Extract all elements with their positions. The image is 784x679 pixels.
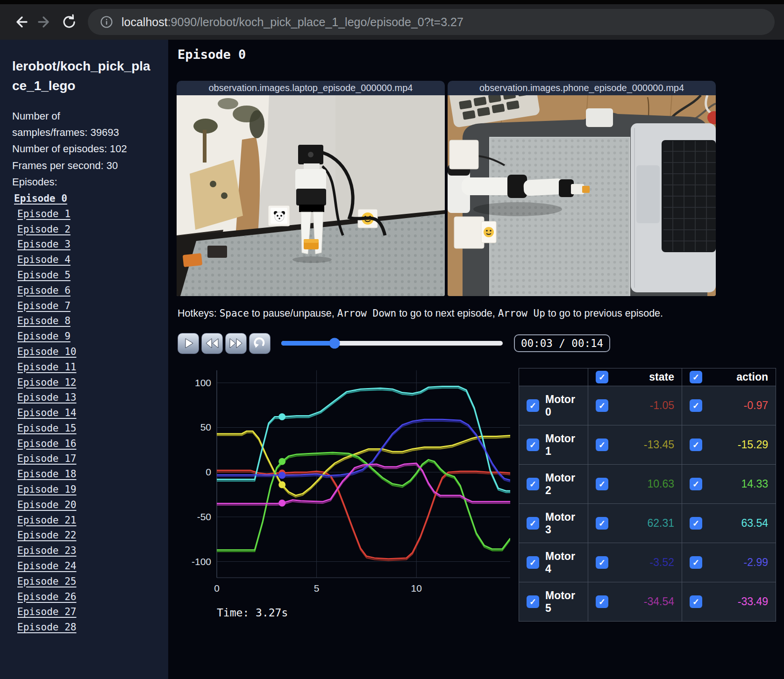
episode-link[interactable]: Episode 17 [12,451,156,467]
action-value: -33.49 [738,595,768,608]
play-button[interactable] [178,333,199,354]
loop-button[interactable] [249,333,271,354]
state-value-checkbox[interactable]: ✓ [596,556,608,569]
x-tick-label: 0 [214,583,220,594]
episode-link[interactable]: Episode 19 [12,482,156,497]
episode-link[interactable]: Episode 26 [12,589,156,605]
episode-link[interactable]: Episode 1 [12,206,156,222]
state-value-checkbox[interactable]: ✓ [596,439,608,451]
episode-link[interactable]: Episode 20 [12,497,156,513]
action-value: -2.99 [744,556,768,569]
url-text[interactable]: localhost:9090/lerobot/koch_pick_place_1… [121,15,463,29]
episode-link[interactable]: Episode 5 [12,268,156,283]
episode-link[interactable]: Episode 18 [12,467,156,482]
chart-line-state-motor-0 [217,472,510,560]
episode-link[interactable]: Episode 2 [12,222,156,237]
state-column-checkbox[interactable]: ✓ [596,371,608,383]
episode-link[interactable]: Episode 21 [12,513,156,528]
episode-link[interactable]: Episode 13 [12,390,156,405]
motor-label: Motor 0 [545,393,580,418]
video-panel-laptop: observation.images.laptop_episode_000000… [177,81,445,296]
lego-baseplate [490,137,630,296]
action-value-checkbox[interactable]: ✓ [690,595,702,608]
rewind-icon [205,338,219,349]
table-row: ✓Motor 3✓62.31✓63.54 [519,504,776,543]
fast-forward-icon [229,338,243,349]
reload-icon[interactable] [57,10,81,34]
episode-link[interactable]: Episode 3 [12,237,156,252]
chart-current-time-marker [278,500,285,507]
action-column-checkbox[interactable]: ✓ [690,371,702,383]
episode-link[interactable]: Episode 6 [12,283,156,298]
episode-link[interactable]: Episode 10 [12,344,156,360]
info-icon[interactable] [100,15,113,28]
motor-label: Motor 1 [545,432,580,458]
hotkeys-text-part: Hotkeys: [178,308,220,319]
rewind-button[interactable] [201,333,223,354]
episode-link[interactable]: Episode 16 [12,436,156,452]
chart-current-time-marker [278,458,285,465]
chart-line-action-motor-1 [217,431,510,495]
motor-chart[interactable]: 100500-50-1000510 [187,367,514,600]
episode-link[interactable]: Episode 0 [12,191,156,206]
episode-link[interactable]: Episode 28 [12,620,156,635]
stat-samples: Number of samples/frames: 39693 [12,108,128,141]
motor-checkbox[interactable]: ✓ [527,556,539,569]
action-value-checkbox[interactable]: ✓ [690,478,702,490]
laptop [631,123,716,292]
action-value-checkbox[interactable]: ✓ [690,399,702,412]
motor-label: Motor 3 [545,511,580,536]
episode-list: Episode 0Episode 1Episode 2Episode 3Epis… [12,191,156,635]
back-arrow-icon[interactable] [8,10,33,34]
table-row: ✓Motor 4✓-3.52✓-2.99 [519,543,776,582]
state-value-checkbox[interactable]: ✓ [596,517,608,530]
episode-link[interactable]: Episode 27 [12,604,156,620]
episode-link[interactable]: Episode 9 [12,329,156,344]
motor-checkbox[interactable]: ✓ [527,439,539,451]
action-value-checkbox[interactable]: ✓ [690,517,702,530]
action-value-checkbox[interactable]: ✓ [690,439,702,451]
address-bar[interactable]: localhost:9090/lerobot/koch_pick_place_1… [88,9,775,35]
fast-forward-button[interactable] [225,333,247,354]
dataset-title: lerobot/koch_pick_place_1_lego [12,57,156,96]
y-tick-label: -100 [192,556,211,567]
table-row: ✓Motor 5✓-34.54✓-33.49 [519,582,776,622]
episode-link[interactable]: Episode 8 [12,313,156,329]
episode-link[interactable]: Episode 23 [12,543,156,559]
motor-checkbox[interactable]: ✓ [527,517,539,530]
x-tick-label: 5 [314,583,320,594]
episode-link[interactable]: Episode 14 [12,405,156,421]
stat-episodes: Number of episodes: 102 [12,141,156,157]
episode-link[interactable]: Episode 12 [12,375,156,390]
state-value-checkbox[interactable]: ✓ [596,399,608,412]
episode-link[interactable]: Episode 24 [12,559,156,574]
state-value: -1.05 [650,399,674,412]
play-icon [182,337,194,349]
motor-checkbox[interactable]: ✓ [527,478,539,490]
episode-link[interactable]: Episode 11 [12,360,156,375]
videos-row: observation.images.laptop_episode_000000… [177,81,716,296]
action-value-checkbox[interactable]: ✓ [690,556,702,569]
action-value: -15.29 [738,439,768,451]
state-value-checkbox[interactable]: ✓ [596,478,608,490]
seek-slider-thumb[interactable] [329,338,340,349]
sidebar: lerobot/koch_pick_place_1_lego Number of… [0,40,168,679]
table-row: ✓Motor 1✓-13.45✓-15.29 [519,425,776,465]
forward-arrow-icon[interactable] [33,10,57,34]
seek-slider[interactable] [281,341,503,346]
state-value: -13.45 [644,439,674,451]
y-tick-label: -50 [197,511,211,522]
episode-link[interactable]: Episode 15 [12,421,156,436]
laptop-camera-video[interactable] [177,95,445,296]
motor-checkbox[interactable]: ✓ [527,595,539,608]
phone-camera-video[interactable] [448,95,716,296]
motor-label: Motor 4 [545,550,580,575]
episode-link[interactable]: Episode 25 [12,574,156,589]
episodes-label: Episodes: [12,174,156,190]
episode-link[interactable]: Episode 4 [12,252,156,268]
episode-link[interactable]: Episode 7 [12,298,156,314]
state-value-checkbox[interactable]: ✓ [596,595,608,608]
motor-checkbox[interactable]: ✓ [527,399,539,412]
episode-link[interactable]: Episode 22 [12,528,156,543]
chart-time-label: Time: 3.27s [217,607,288,619]
